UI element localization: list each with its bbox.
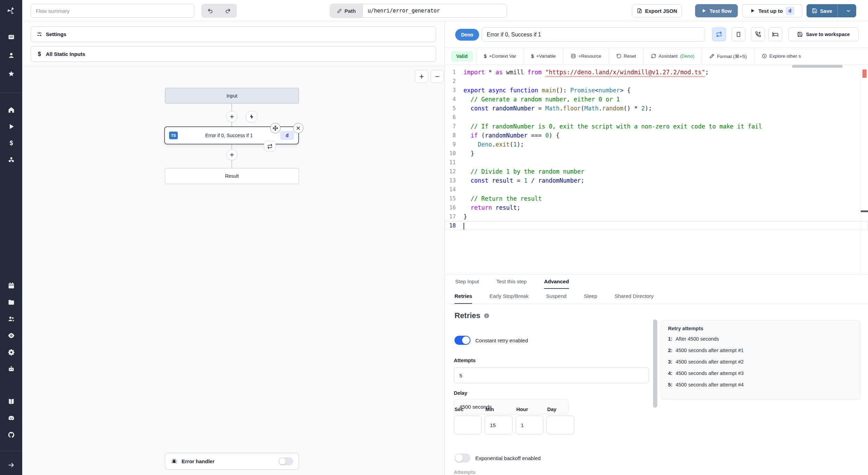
redo-button[interactable] (219, 4, 237, 18)
code-line[interactable]: 15 // Return the result (445, 194, 868, 203)
code-line[interactable]: 11 (445, 158, 868, 167)
code-line[interactable]: 3export async function main(): Promise<n… (445, 86, 868, 95)
code-line[interactable]: 7 // If randomNumber is 0, exit the scri… (445, 122, 868, 131)
attempts-input[interactable] (454, 367, 649, 383)
sec-input[interactable] (454, 416, 482, 434)
day-input[interactable] (546, 416, 574, 434)
code-line[interactable]: 10 } (445, 149, 868, 158)
sidebar-item-gear[interactable] (0, 344, 22, 360)
windmill-logo[interactable] (0, 0, 22, 22)
code-line[interactable]: 12 // Divide 1 by the random number (445, 167, 868, 176)
flow-graph[interactable]: Input TS Error if 0, Success if 1 d Resu… (22, 66, 444, 475)
format-button[interactable]: Format (⌘+S) (702, 53, 754, 59)
add-resource-button[interactable]: +Resource (564, 53, 609, 59)
zoom-out-button[interactable] (431, 70, 444, 83)
error-handler-node[interactable]: Error handler (165, 453, 299, 470)
test-up-to-button[interactable]: Test up to d (742, 4, 802, 17)
add-context-var-button[interactable]: $ +Context Var (477, 53, 524, 59)
hour-input[interactable] (516, 416, 543, 434)
sleep-indicator-button[interactable] (768, 27, 782, 41)
retries-indicator-button[interactable] (712, 27, 726, 41)
trigger-button[interactable] (246, 111, 258, 123)
path-value[interactable]: u/henri/error_generator (363, 4, 507, 17)
subtab-retries[interactable]: Retries (454, 289, 472, 304)
info-icon[interactable] (484, 313, 490, 319)
tab-test-this-step[interactable]: Test this step (496, 275, 527, 289)
tab-advanced[interactable]: Advanced (544, 275, 569, 289)
assistant-button[interactable]: Assistant (Deno) (644, 53, 702, 59)
path-control[interactable]: Path u/henri/error_generator (330, 4, 507, 18)
export-json-button[interactable]: Export JSON (632, 4, 682, 17)
sidebar-item-calendar[interactable] (0, 277, 22, 294)
sidebar-item-book[interactable] (0, 393, 22, 410)
zoom-in-button[interactable] (415, 70, 428, 83)
code-line[interactable]: 13 const result = 1 / randomNumber; (445, 176, 868, 185)
bed-icon (772, 31, 778, 38)
sidebar-item-app-window[interactable] (0, 28, 22, 46)
flow-node-input[interactable]: Input (165, 88, 299, 103)
reset-button[interactable]: Reset (609, 53, 643, 59)
save-button[interactable]: Save (807, 4, 838, 17)
code-line[interactable]: 18 (445, 221, 868, 230)
code-line[interactable]: 1import * as wmill from "https://deno.la… (445, 68, 868, 77)
sidebar-item-robot[interactable] (0, 360, 22, 377)
code-line[interactable]: 6 (445, 113, 868, 122)
undo-button[interactable] (201, 4, 219, 18)
code-line[interactable]: 14 (445, 185, 868, 194)
line-number: 17 (445, 212, 456, 221)
plus-icon (229, 114, 235, 119)
line-number: 15 (445, 194, 456, 203)
line-number: 10 (445, 149, 456, 158)
sidebar-item-arrow-right[interactable] (0, 457, 22, 473)
line-number: 6 (445, 113, 456, 122)
sidebar-item-eye[interactable] (0, 327, 22, 344)
sidebar-item-users[interactable] (0, 310, 22, 327)
add-variable-button[interactable]: $ +Variable (524, 53, 563, 59)
min-input[interactable] (485, 416, 512, 434)
code-line[interactable]: 9 Deno.exit(1); (445, 140, 868, 149)
path-chip: Path (330, 4, 363, 17)
code-line[interactable]: 17} (445, 212, 868, 221)
code-line[interactable]: 2 (445, 77, 868, 86)
subtab-suspend[interactable]: Suspend (546, 289, 566, 304)
code-line[interactable]: 16 return result; (445, 203, 868, 212)
subtab-sleep[interactable]: Sleep (584, 289, 597, 304)
step-title-input[interactable] (482, 27, 705, 42)
early-stop-indicator-button[interactable] (732, 27, 745, 41)
suspend-indicator-button[interactable] (751, 27, 765, 41)
horizontal-scrollbar-thumb[interactable] (792, 65, 843, 68)
tab-step-input[interactable]: Step Input (455, 275, 479, 289)
code-line[interactable]: 4 // Generate a random number, either 0 … (445, 95, 868, 104)
code-line[interactable]: 8 if (randomNumber === 0) { (445, 131, 868, 140)
insert-step-after-button[interactable] (226, 149, 237, 160)
vertical-scrollbar-thumb[interactable] (653, 319, 657, 408)
save-menu-button[interactable] (841, 4, 856, 17)
sidebar-item-github[interactable] (0, 426, 22, 443)
sidebar-item-dollar[interactable]: $ (0, 135, 22, 151)
code-editor[interactable]: 1import * as wmill from "https://deno.la… (445, 68, 868, 274)
insert-step-before-button[interactable] (226, 111, 237, 122)
sidebar-item-discord[interactable] (0, 410, 22, 426)
exponential-backoff-toggle[interactable] (454, 453, 470, 462)
save-to-workspace-button[interactable]: Save to workspace (788, 27, 859, 41)
sidebar-item-resources[interactable] (0, 151, 22, 168)
constant-retry-toggle[interactable] (454, 336, 470, 345)
sidebar-item-user[interactable] (0, 46, 22, 65)
sidebar-item-home[interactable] (0, 101, 22, 118)
flow-summary-input[interactable] (31, 4, 194, 18)
move-step-handle[interactable] (270, 123, 281, 133)
flow-node-result[interactable]: Result (165, 168, 299, 184)
sidebar-item-folder[interactable] (0, 294, 22, 310)
error-handler-toggle[interactable] (278, 457, 293, 465)
explore-scripts-button[interactable]: Explore other s (754, 53, 808, 59)
sidebar-item-star[interactable] (0, 65, 22, 83)
flow-settings-button[interactable]: Settings (31, 26, 436, 42)
swap-step-button[interactable] (264, 141, 276, 151)
delete-step-button[interactable] (293, 123, 303, 133)
sidebar-item-play[interactable] (0, 118, 22, 135)
test-flow-button[interactable]: Test flow (695, 4, 738, 17)
subtab-early-stop[interactable]: Early Stop/Break (490, 289, 529, 304)
all-static-inputs-button[interactable]: $ All Static Inputs (31, 46, 436, 62)
subtab-shared-directory[interactable]: Shared Directory (615, 289, 654, 304)
code-line[interactable]: 5 const randomNumber = Math.floor(Math.r… (445, 104, 868, 113)
